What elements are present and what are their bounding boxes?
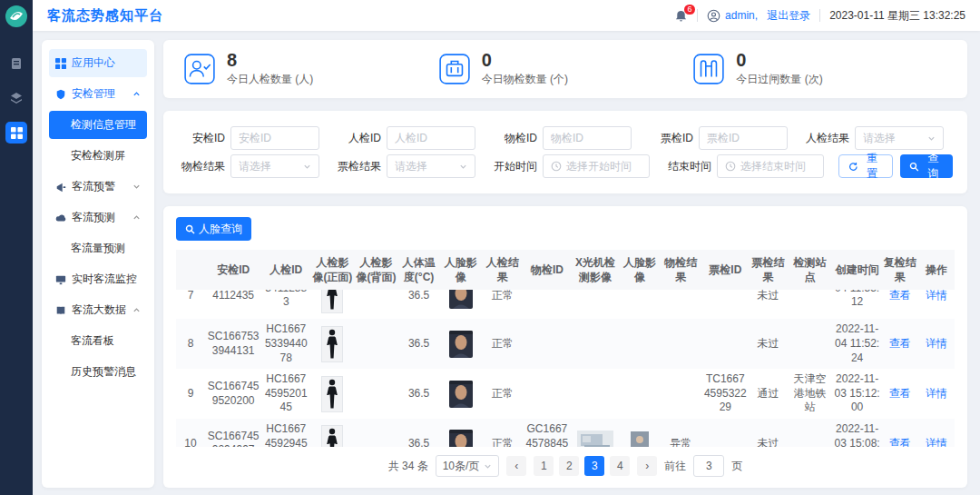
filter-row-2-fields: 物检结果请选择票检结果请选择开始时间选择开始时间结束时间选择结束时间 (178, 154, 824, 178)
sidebar-item-detection-info-mgmt[interactable]: 检测信息管理 (49, 111, 147, 139)
stat-value: 8 (227, 51, 313, 69)
filter-label: 票检结果 (334, 159, 381, 174)
ticket-check-id-input[interactable] (699, 126, 788, 150)
sidebar-item-security-check-mgmt[interactable]: 安检管理 (49, 80, 147, 108)
stat-label: 今日人检数量 (人) (227, 72, 313, 87)
view-link[interactable]: 查看 (889, 290, 911, 301)
sidebar-item-security-check-screen[interactable]: 安检检测屏 (49, 142, 147, 170)
table-cell: 7 (176, 290, 205, 319)
monitor-icon (55, 274, 66, 285)
item-check-id-input[interactable] (543, 126, 632, 150)
table-row: 8SC1667533944131HC166753394407836.5正常未过2… (176, 319, 955, 369)
prev-page-button[interactable]: ‹ (506, 456, 526, 476)
person-check-result-select[interactable]: 请选择 (855, 126, 944, 150)
view-link[interactable]: 查看 (889, 337, 911, 350)
notification-bell-icon[interactable]: 6 (674, 9, 688, 23)
item-check-result-select[interactable]: 请选择 (230, 154, 319, 178)
menu-list: 应用中心安检管理检测信息管理安检检测屏客流预警客流预测客流量预测实时客流监控客流… (49, 49, 147, 386)
face-query-button[interactable]: 人脸查询 (176, 217, 251, 241)
start-time-picker[interactable]: 选择开始时间 (543, 154, 650, 178)
grid-icon (55, 58, 66, 69)
page-button-1[interactable]: 1 (534, 456, 554, 476)
sidebar-item-flow-bigdata[interactable]: 客流大数据 (49, 296, 147, 324)
stat-value: 0 (736, 51, 822, 69)
person-check-id-input[interactable] (387, 126, 475, 150)
face-image (449, 381, 473, 408)
column-header: 物检ID (524, 250, 571, 290)
table-cell: 2022-11-03 15:12:00 (833, 369, 882, 419)
app-logo-icon[interactable] (5, 5, 28, 31)
table-cell: SC1667459294997 (205, 419, 261, 447)
sidebar-item-flow-board[interactable]: 客流看板 (49, 327, 147, 355)
detail-link[interactable]: 详情 (926, 387, 947, 400)
table-cell (620, 369, 660, 419)
table-cell (660, 319, 701, 369)
table-cell: 查看 (882, 369, 918, 419)
sidebar-item-label: 客流预测 (72, 210, 115, 225)
clipboard-icon[interactable] (5, 53, 27, 74)
face-image (449, 430, 473, 447)
page-button-2[interactable]: 2 (559, 456, 579, 476)
table-cell: HC1667459520145 (261, 369, 310, 419)
stat-item-checks: 0 今日物检数量 (个) (438, 51, 693, 87)
filter-buttons: 重置 查询 (838, 154, 953, 178)
table-cell (571, 419, 620, 447)
search-icon (185, 224, 195, 234)
sidebar-item-history-warning-msg[interactable]: 历史预警消息 (49, 358, 147, 386)
chevron-up-icon (132, 90, 141, 98)
goto-page-input[interactable] (693, 455, 724, 477)
notification-badge: 6 (684, 5, 695, 15)
table-cell: 正常 (482, 319, 524, 369)
user-menu[interactable]: admin, (707, 9, 758, 23)
table-cell (440, 290, 482, 319)
table-cell (701, 290, 749, 319)
apps-grid-icon[interactable] (5, 122, 27, 144)
sidebar-menu: 应用中心安检管理检测信息管理安检检测屏客流预警客流预测客流量预测实时客流监控客流… (42, 40, 154, 488)
filter-field: 人检结果请选择 (802, 126, 944, 150)
cloud-icon (55, 213, 66, 223)
view-link[interactable]: 查看 (889, 387, 911, 400)
detail-link[interactable]: 详情 (926, 337, 947, 350)
book-icon (55, 305, 66, 316)
filter-field: 安检ID (178, 126, 319, 150)
column-header: 人体温度(°C) (398, 250, 440, 290)
layers-icon[interactable] (5, 87, 27, 109)
filter-label: 物检ID (490, 131, 537, 146)
sidebar-item-realtime-flow-monitor[interactable]: 实时客流监控 (49, 265, 147, 293)
table-body-scroll[interactable]: 741124353411238336.5正常未过04 11:55:12查看详情8… (176, 290, 955, 447)
view-link[interactable]: 查看 (889, 437, 911, 447)
table-cell: 34112383 (261, 290, 310, 319)
logout-link[interactable]: 退出登录 (767, 8, 810, 24)
stat-label: 今日过闸数量 (次) (736, 72, 822, 87)
table-card: 人脸查询 安检ID人检ID人检影像(正面)人检影像(背面)人体温度(°C)人脸影… (163, 206, 967, 488)
sidebar-item-flow-forecast[interactable]: 客流预测 (49, 203, 147, 232)
body-scan-image (321, 425, 343, 447)
page-unit-label: 页 (731, 459, 742, 474)
reset-button[interactable]: 重置 (838, 154, 893, 178)
filter-row-2: 物检结果请选择票检结果请选择开始时间选择开始时间结束时间选择结束时间 重置 查询 (178, 154, 953, 178)
left-rail (0, 0, 33, 495)
page-button-4[interactable]: 4 (610, 456, 630, 476)
sidebar-item-label: 安检检测屏 (71, 148, 125, 163)
page-size-select[interactable]: 10条/页 (436, 455, 500, 477)
sidebar-item-flow-volume-forecast[interactable]: 客流量预测 (49, 234, 147, 262)
chevron-up-icon (132, 306, 141, 314)
body-scan-image (321, 290, 343, 313)
sidebar-item-app-center[interactable]: 应用中心 (49, 49, 147, 77)
page-button-3[interactable]: 3 (584, 456, 604, 476)
end-time-picker[interactable]: 选择结束时间 (717, 154, 824, 178)
table-cell (524, 290, 571, 319)
sidebar-item-flow-warning[interactable]: 客流预警 (49, 173, 147, 201)
detail-link[interactable]: 详情 (926, 290, 947, 301)
next-page-button[interactable]: › (637, 456, 657, 476)
table-cell: 查看 (882, 319, 918, 369)
luggage-icon (438, 53, 471, 85)
main-content: 8 今日人检数量 (人) 0 今日物检数量 (个) 0 今日过闸数量 (次) 安 (163, 40, 967, 488)
detail-link[interactable]: 详情 (926, 437, 947, 447)
ticket-check-result-select[interactable]: 请选择 (387, 154, 475, 178)
filter-label: 开始时间 (490, 159, 537, 174)
sidebar-item-label: 客流大数据 (72, 302, 126, 318)
security-id-input[interactable] (230, 126, 319, 150)
search-button[interactable]: 查询 (900, 154, 953, 178)
table-cell: 详情 (918, 419, 955, 447)
